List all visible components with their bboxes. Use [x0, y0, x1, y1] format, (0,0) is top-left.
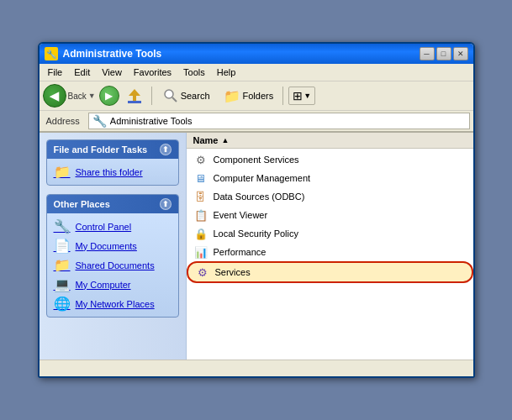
file-item-data-sources[interactable]: 🗄 Data Sources (ODBC) [187, 187, 473, 206]
close-button[interactable]: ✕ [453, 47, 468, 60]
file-item-local-security-policy[interactable]: 🔒 Local Security Policy [187, 224, 473, 243]
up-button[interactable] [123, 84, 146, 108]
menu-favorites[interactable]: Favorites [129, 66, 177, 79]
other-places-body: 🔧 Control Panel 📄 My Documents 📁 Shared … [47, 213, 178, 317]
forward-arrow-icon: ▶ [105, 90, 113, 102]
file-list-header: Name ▲ [187, 133, 473, 149]
maximize-button[interactable]: □ [436, 47, 451, 60]
performance-icon: 📊 [193, 244, 208, 260]
control-panel-label: Control Panel [76, 222, 132, 232]
computer-management-icon: 🖥 [193, 171, 208, 186]
menu-view[interactable]: View [97, 66, 127, 79]
svg-rect-2 [128, 101, 141, 103]
file-folder-tasks-body: 📁 Share this folder [47, 159, 178, 185]
file-folder-tasks-header[interactable]: File and Folder Tasks ⬆ [47, 140, 178, 159]
file-folder-tasks-section: File and Folder Tasks ⬆ 📁 Share this fol… [46, 139, 179, 186]
views-button[interactable]: ⊞ ▼ [288, 87, 315, 105]
menu-bar: File Edit View Favorites Tools Help [40, 64, 473, 81]
back-button[interactable]: ◀ [43, 84, 66, 108]
toolbar: ◀ Back ▼ ▶ Search 📁 [40, 81, 473, 111]
main-window: 🔧 Administrative Tools ─ □ ✕ File Edit V… [38, 42, 475, 378]
event-viewer-label: Event Viewer [214, 210, 268, 220]
file-item-services[interactable]: ⚙ Services [187, 261, 473, 283]
svg-marker-1 [129, 89, 140, 96]
computer-management-label: Computer Management [214, 173, 311, 183]
event-viewer-icon: 📋 [193, 207, 208, 223]
shared-documents-link[interactable]: 📁 Shared Documents [54, 257, 172, 273]
search-label: Search [181, 91, 210, 101]
back-dropdown-icon[interactable]: ▼ [88, 92, 96, 100]
other-places-title: Other Places [54, 199, 110, 209]
my-network-places-label: My Network Places [76, 299, 155, 309]
forward-button[interactable]: ▶ [99, 86, 119, 106]
component-services-label: Component Services [214, 155, 299, 165]
file-folder-tasks-title: File and Folder Tasks [54, 144, 148, 155]
services-icon: ⚙ [195, 265, 210, 280]
menu-help[interactable]: Help [212, 66, 241, 79]
file-item-event-viewer[interactable]: 📋 Event Viewer [187, 206, 473, 224]
main-content: File and Folder Tasks ⬆ 📁 Share this fol… [40, 133, 473, 360]
my-network-places-icon: 🌐 [54, 296, 71, 312]
left-panel: File and Folder Tasks ⬆ 📁 Share this fol… [40, 133, 187, 360]
folders-icon: 📁 [224, 88, 240, 104]
control-panel-icon: 🔧 [54, 218, 71, 234]
views-dropdown-icon: ▼ [304, 92, 311, 100]
address-path-container[interactable]: 🔧 Administrative Tools [88, 113, 470, 129]
toolbar-separator-2 [282, 87, 283, 105]
address-bar: Address 🔧 Administrative Tools [40, 111, 473, 133]
right-panel: Name ▲ ⚙ Component Services 🖥 Computer M… [187, 133, 473, 360]
address-path-text: Administrative Tools [110, 116, 193, 126]
up-arrow-icon [125, 87, 144, 105]
my-computer-icon: 💻 [54, 276, 71, 292]
file-item-computer-management[interactable]: 🖥 Computer Management [187, 169, 473, 187]
window-icon: 🔧 [45, 47, 58, 60]
local-security-policy-icon: 🔒 [193, 226, 208, 241]
menu-tools[interactable]: Tools [178, 66, 210, 79]
share-folder-link[interactable]: 📁 Share this folder [54, 164, 172, 180]
control-panel-link[interactable]: 🔧 Control Panel [54, 218, 172, 234]
my-computer-label: My Computer [76, 280, 131, 290]
other-places-header[interactable]: Other Places ⬆ [47, 195, 178, 213]
window-title: Administrative Tools [63, 48, 414, 60]
address-folder-icon: 🔧 [92, 114, 107, 128]
performance-label: Performance [214, 247, 267, 257]
my-network-places-link[interactable]: 🌐 My Network Places [54, 296, 172, 312]
window-controls: ─ □ ✕ [420, 47, 468, 60]
search-icon [163, 88, 178, 103]
file-item-component-services[interactable]: ⚙ Component Services [187, 150, 473, 169]
my-computer-link[interactable]: 💻 My Computer [54, 276, 172, 292]
menu-file[interactable]: File [43, 66, 68, 79]
shared-documents-label: Shared Documents [76, 260, 155, 270]
back-arrow-icon: ◀ [50, 89, 59, 102]
file-item-performance[interactable]: 📊 Performance [187, 243, 473, 261]
my-documents-label: My Documents [76, 241, 137, 251]
svg-point-3 [165, 90, 173, 98]
services-label: Services [215, 267, 251, 277]
folders-label: Folders [243, 91, 274, 101]
component-services-icon: ⚙ [193, 152, 208, 167]
local-security-policy-label: Local Security Policy [214, 228, 299, 239]
search-button[interactable]: Search [157, 86, 216, 106]
title-bar: 🔧 Administrative Tools ─ □ ✕ [40, 44, 473, 64]
svg-line-4 [172, 97, 177, 102]
data-sources-icon: 🗄 [193, 189, 208, 204]
other-places-section: Other Places ⬆ 🔧 Control Panel 📄 My Docu… [46, 194, 179, 318]
share-folder-label: Share this folder [76, 167, 143, 177]
minimize-button[interactable]: ─ [420, 47, 435, 60]
folders-button[interactable]: 📁 Folders [219, 86, 278, 107]
sort-arrow-icon: ▲ [221, 136, 229, 144]
views-icon: ⊞ [293, 89, 303, 102]
other-places-collapse-icon[interactable]: ⬆ [160, 198, 172, 210]
menu-edit[interactable]: Edit [69, 66, 95, 79]
status-bar [40, 360, 473, 376]
my-documents-link[interactable]: 📄 My Documents [54, 238, 172, 254]
my-documents-icon: 📄 [54, 238, 71, 254]
address-label: Address [43, 114, 83, 128]
back-label: Back [68, 92, 87, 101]
shared-documents-icon: 📁 [54, 257, 71, 273]
share-folder-icon: 📁 [54, 164, 71, 180]
data-sources-label: Data Sources (ODBC) [214, 192, 305, 202]
file-folder-tasks-collapse-icon[interactable]: ⬆ [160, 144, 172, 155]
file-list: ⚙ Component Services 🖥 Computer Manageme… [187, 149, 473, 285]
toolbar-separator-1 [151, 87, 152, 105]
